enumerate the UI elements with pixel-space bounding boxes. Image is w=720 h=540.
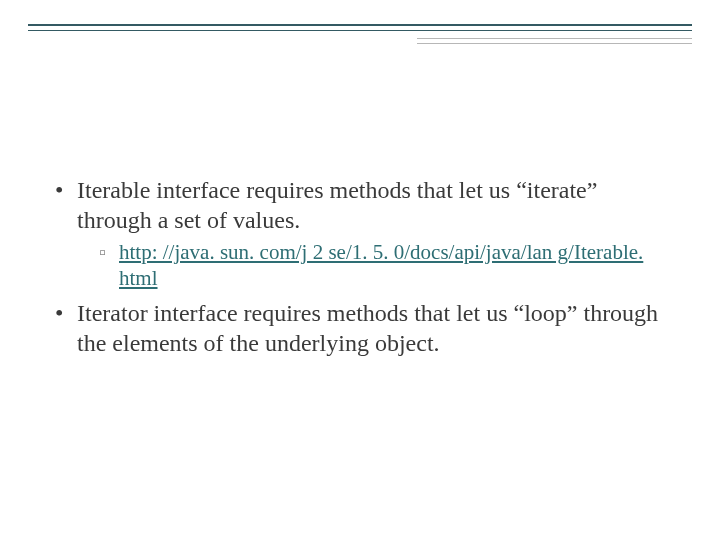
header-rule-right [417,38,692,44]
sub-bullet-list: http: //java. sun. com/j 2 se/1. 5. 0/do… [77,239,665,292]
iterable-doc-link[interactable]: http: //java. sun. com/j 2 se/1. 5. 0/do… [119,240,643,290]
bullet-item-1: Iterable interface requires methods that… [55,175,665,292]
slide: Iterable interface requires methods that… [0,0,720,540]
bullet-text-2: Iterator interface requires methods that… [77,300,658,356]
bullet-list: Iterable interface requires methods that… [55,175,665,358]
sub-bullet-item-1: http: //java. sun. com/j 2 se/1. 5. 0/do… [99,239,665,292]
bullet-item-2: Iterator interface requires methods that… [55,298,665,358]
slide-body: Iterable interface requires methods that… [55,175,665,364]
bullet-text-1: Iterable interface requires methods that… [77,177,597,233]
header-rule-top [28,24,692,31]
